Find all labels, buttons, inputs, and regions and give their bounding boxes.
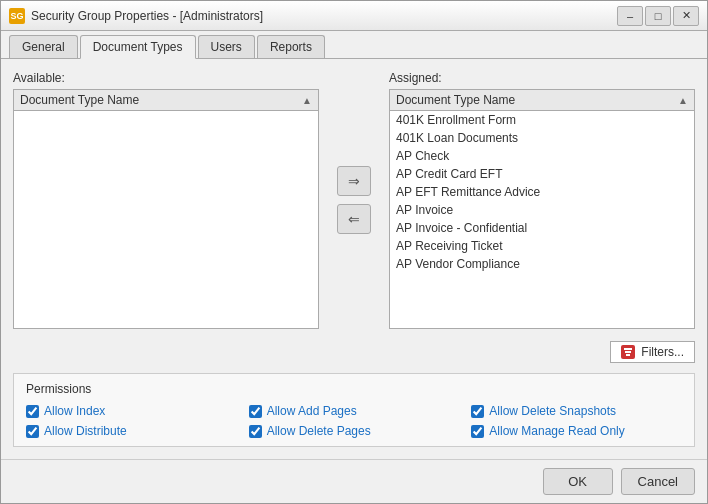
dialog-footer: OK Cancel xyxy=(1,459,707,503)
permissions-grid: Allow IndexAllow Add PagesAllow Delete S… xyxy=(26,404,682,438)
arrow-buttons-container: ⇒ ⇐ xyxy=(331,71,377,329)
allow-delete-snapshots-label: Allow Delete Snapshots xyxy=(489,404,616,418)
minimize-button[interactable]: – xyxy=(617,6,643,26)
tabs-bar: General Document Types Users Reports xyxy=(1,31,707,59)
tab-users[interactable]: Users xyxy=(198,35,255,58)
window-title: Security Group Properties - [Administrat… xyxy=(31,9,611,23)
assigned-label: Assigned: xyxy=(389,71,695,85)
app-icon: SG xyxy=(9,8,25,24)
cancel-button[interactable]: Cancel xyxy=(621,468,695,495)
available-panel: Available: Document Type Name ▲ xyxy=(13,71,319,329)
list-item[interactable]: 401K Loan Documents xyxy=(390,129,694,147)
move-right-button[interactable]: ⇒ xyxy=(337,166,371,196)
list-item[interactable]: AP Check xyxy=(390,147,694,165)
available-label: Available: xyxy=(13,71,319,85)
title-bar: SG Security Group Properties - [Administ… xyxy=(1,1,707,31)
list-item[interactable]: AP Credit Card EFT xyxy=(390,165,694,183)
close-button[interactable]: ✕ xyxy=(673,6,699,26)
permissions-section: Permissions Allow IndexAllow Add PagesAl… xyxy=(13,373,695,447)
allow-add-pages-input[interactable] xyxy=(249,405,262,418)
svg-rect-1 xyxy=(625,351,631,353)
assigned-listbox[interactable]: Document Type Name ▲ 401K Enrollment For… xyxy=(389,89,695,329)
svg-rect-2 xyxy=(626,354,630,356)
tab-document-types[interactable]: Document Types xyxy=(80,35,196,59)
assigned-panel: Assigned: Document Type Name ▲ 401K Enro… xyxy=(389,71,695,329)
assigned-list-header: Document Type Name ▲ xyxy=(390,90,694,111)
allow-delete-pages-label: Allow Delete Pages xyxy=(267,424,371,438)
allow-delete-pages-checkbox[interactable]: Allow Delete Pages xyxy=(249,424,460,438)
allow-index-input[interactable] xyxy=(26,405,39,418)
allow-distribute-input[interactable] xyxy=(26,425,39,438)
available-listbox[interactable]: Document Type Name ▲ xyxy=(13,89,319,329)
list-item[interactable]: AP EFT Remittance Advice xyxy=(390,183,694,201)
right-arrow-icon: ⇒ xyxy=(348,173,360,189)
filters-row: Filters... xyxy=(13,341,695,363)
allow-index-checkbox[interactable]: Allow Index xyxy=(26,404,237,418)
filters-label: Filters... xyxy=(641,345,684,359)
allow-manage-read-only-checkbox[interactable]: Allow Manage Read Only xyxy=(471,424,682,438)
allow-add-pages-label: Allow Add Pages xyxy=(267,404,357,418)
allow-delete-pages-input[interactable] xyxy=(249,425,262,438)
list-item[interactable]: 401K Enrollment Form xyxy=(390,111,694,129)
allow-index-label: Allow Index xyxy=(44,404,105,418)
ok-button[interactable]: OK xyxy=(543,468,613,495)
list-item[interactable]: AP Invoice - Confidential xyxy=(390,219,694,237)
svg-rect-0 xyxy=(624,348,632,350)
available-list-header: Document Type Name ▲ xyxy=(14,90,318,111)
filters-button[interactable]: Filters... xyxy=(610,341,695,363)
allow-delete-snapshots-input[interactable] xyxy=(471,405,484,418)
window-controls: – □ ✕ xyxy=(617,6,699,26)
allow-manage-read-only-input[interactable] xyxy=(471,425,484,438)
maximize-button[interactable]: □ xyxy=(645,6,671,26)
filters-icon xyxy=(621,345,635,359)
list-item[interactable]: AP Receiving Ticket xyxy=(390,237,694,255)
allow-manage-read-only-label: Allow Manage Read Only xyxy=(489,424,624,438)
permissions-title: Permissions xyxy=(26,382,682,396)
list-item[interactable]: AP Vendor Compliance xyxy=(390,255,694,273)
allow-delete-snapshots-checkbox[interactable]: Allow Delete Snapshots xyxy=(471,404,682,418)
tab-reports[interactable]: Reports xyxy=(257,35,325,58)
allow-distribute-label: Allow Distribute xyxy=(44,424,127,438)
allow-add-pages-checkbox[interactable]: Allow Add Pages xyxy=(249,404,460,418)
list-item[interactable]: AP Invoice xyxy=(390,201,694,219)
doc-types-section: Available: Document Type Name ▲ ⇒ ⇐ xyxy=(13,71,695,329)
assigned-sort-icon: ▲ xyxy=(678,95,688,106)
move-left-button[interactable]: ⇐ xyxy=(337,204,371,234)
window: SG Security Group Properties - [Administ… xyxy=(0,0,708,504)
left-arrow-icon: ⇐ xyxy=(348,211,360,227)
available-sort-icon: ▲ xyxy=(302,95,312,106)
content-area: Available: Document Type Name ▲ ⇒ ⇐ xyxy=(1,59,707,459)
allow-distribute-checkbox[interactable]: Allow Distribute xyxy=(26,424,237,438)
tab-general[interactable]: General xyxy=(9,35,78,58)
